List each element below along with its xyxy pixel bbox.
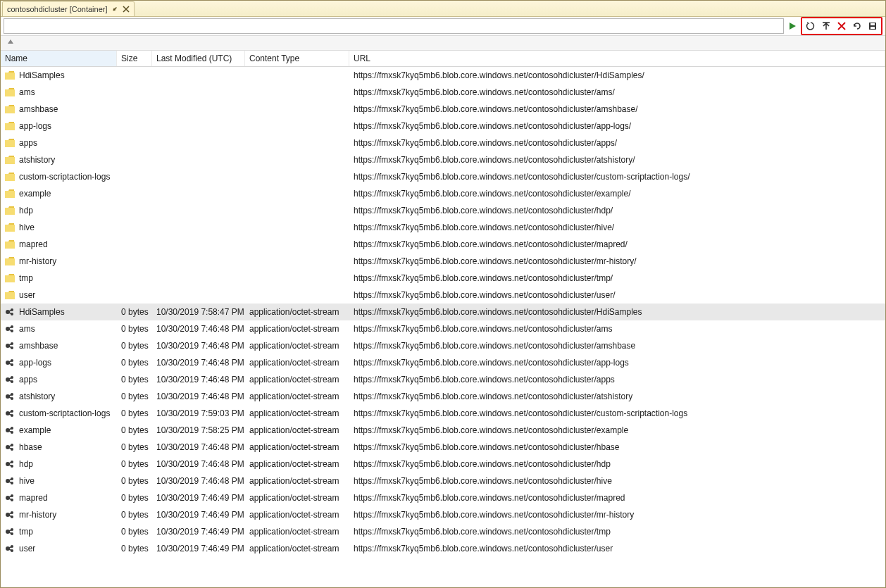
table-row[interactable]: hdphttps://fmxsk7kyq5mb6.blob.core.windo… xyxy=(1,202,885,219)
save-button[interactable] xyxy=(866,19,880,33)
row-name-label: apps xyxy=(19,375,37,384)
table-row[interactable]: examplehttps://fmxsk7kyq5mb6.blob.core.w… xyxy=(1,185,885,202)
cell-modified: 10/30/2019 7:58:47 PM xyxy=(152,307,245,317)
folder-icon xyxy=(5,71,15,80)
table-row[interactable]: tmphttps://fmxsk7kyq5mb6.blob.core.windo… xyxy=(1,270,885,287)
cell-url: https://fmxsk7kyq5mb6.blob.core.windows.… xyxy=(349,442,885,452)
table-row[interactable]: custom-scriptaction-logshttps://fmxsk7ky… xyxy=(1,168,885,185)
tab-strip: contosohdicluster [Container] xyxy=(1,1,885,17)
header-url[interactable]: URL xyxy=(349,51,885,66)
blob-icon xyxy=(5,493,15,503)
blob-icon xyxy=(5,358,15,368)
cell-name: tmp xyxy=(1,273,117,283)
up-arrow-icon[interactable] xyxy=(6,38,15,49)
refresh-button[interactable] xyxy=(804,19,818,33)
blob-icon xyxy=(5,392,15,401)
cell-content-type: application/octet-stream xyxy=(245,307,349,317)
table-row[interactable]: HdiSamples0 bytes10/30/2019 7:58:47 PMap… xyxy=(1,304,885,320)
cell-url: https://fmxsk7kyq5mb6.blob.core.windows.… xyxy=(349,104,885,114)
cell-modified: 10/30/2019 7:46:49 PM xyxy=(152,510,245,520)
table-row[interactable]: hbase0 bytes10/30/2019 7:46:48 PMapplica… xyxy=(1,439,885,456)
svg-rect-1 xyxy=(871,23,875,25)
table-row[interactable]: mapredhttps://fmxsk7kyq5mb6.blob.core.wi… xyxy=(1,236,885,253)
cell-content-type: application/octet-stream xyxy=(245,476,349,486)
table-row[interactable]: mr-historyhttps://fmxsk7kyq5mb6.blob.cor… xyxy=(1,253,885,270)
cell-size: 0 bytes xyxy=(117,341,152,351)
svg-rect-3 xyxy=(5,73,15,80)
table-row[interactable]: hdp0 bytes10/30/2019 7:46:48 PMapplicati… xyxy=(1,456,885,473)
open-button[interactable] xyxy=(850,19,864,33)
table-row[interactable]: amshbasehttps://fmxsk7kyq5mb6.blob.core.… xyxy=(1,101,885,118)
table-row[interactable]: atshistory0 bytes10/30/2019 7:46:48 PMap… xyxy=(1,388,885,405)
header-name[interactable]: Name xyxy=(1,51,117,66)
header-size[interactable]: Size xyxy=(117,51,152,66)
row-name-label: example xyxy=(19,189,51,199)
cell-modified: 10/30/2019 7:46:48 PM xyxy=(152,324,245,334)
cell-content-type: application/octet-stream xyxy=(245,392,349,401)
cell-url: https://fmxsk7kyq5mb6.blob.core.windows.… xyxy=(349,408,885,418)
table-row[interactable]: user0 bytes10/30/2019 7:46:49 PMapplicat… xyxy=(1,540,885,557)
header-modified[interactable]: Last Modified (UTC) xyxy=(152,51,245,66)
table-row[interactable]: custom-scriptaction-logs0 bytes10/30/201… xyxy=(1,405,885,422)
header-ctype[interactable]: Content Type xyxy=(245,51,349,66)
table-row[interactable]: hive0 bytes10/30/2019 7:46:48 PMapplicat… xyxy=(1,473,885,489)
cell-content-type: application/octet-stream xyxy=(245,459,349,469)
cell-name: ams xyxy=(1,324,117,334)
folder-icon xyxy=(5,139,15,147)
row-name-label: tmp xyxy=(19,527,33,537)
row-name-label: app-logs xyxy=(19,121,51,131)
close-icon[interactable] xyxy=(123,6,130,13)
cell-size: 0 bytes xyxy=(117,408,152,418)
table-row[interactable]: hivehttps://fmxsk7kyq5mb6.blob.core.wind… xyxy=(1,219,885,236)
table-body[interactable]: HdiSampleshttps://fmxsk7kyq5mb6.blob.cor… xyxy=(1,67,885,587)
folder-icon xyxy=(5,240,15,249)
tab-container[interactable]: contosohdicluster [Container] xyxy=(2,1,135,16)
table-row[interactable]: userhttps://fmxsk7kyq5mb6.blob.core.wind… xyxy=(1,287,885,304)
cell-size: 0 bytes xyxy=(117,375,152,384)
cell-name: mr-history xyxy=(1,510,117,520)
table-row[interactable]: appshttps://fmxsk7kyq5mb6.blob.core.wind… xyxy=(1,135,885,151)
filter-input[interactable] xyxy=(4,18,784,34)
table-row[interactable]: amshbase0 bytes10/30/2019 7:46:48 PMappl… xyxy=(1,337,885,354)
table-row[interactable]: app-logshttps://fmxsk7kyq5mb6.blob.core.… xyxy=(1,118,885,135)
table-row[interactable]: mapred0 bytes10/30/2019 7:46:49 PMapplic… xyxy=(1,489,885,506)
folder-icon xyxy=(5,173,15,181)
row-name-label: ams xyxy=(19,324,35,334)
cell-size: 0 bytes xyxy=(117,358,152,368)
pin-icon[interactable] xyxy=(111,6,118,13)
cell-url: https://fmxsk7kyq5mb6.blob.core.windows.… xyxy=(349,527,885,537)
table-row[interactable]: example0 bytes10/30/2019 7:58:25 PMappli… xyxy=(1,422,885,439)
cell-size: 0 bytes xyxy=(117,527,152,537)
cell-content-type: application/octet-stream xyxy=(245,510,349,520)
cell-content-type: application/octet-stream xyxy=(245,408,349,418)
cell-url: https://fmxsk7kyq5mb6.blob.core.windows.… xyxy=(349,239,885,249)
table-row[interactable]: HdiSampleshttps://fmxsk7kyq5mb6.blob.cor… xyxy=(1,67,885,84)
row-name-label: hdp xyxy=(19,459,33,469)
table-row[interactable]: app-logs0 bytes10/30/2019 7:46:48 PMappl… xyxy=(1,354,885,371)
breadcrumb-row xyxy=(1,36,885,51)
upload-button[interactable] xyxy=(819,19,833,33)
cell-name: example xyxy=(1,189,117,199)
run-button[interactable] xyxy=(785,19,799,33)
folder-icon xyxy=(5,291,15,299)
cell-content-type: application/octet-stream xyxy=(245,324,349,334)
folder-icon xyxy=(5,257,15,265)
delete-button[interactable] xyxy=(835,19,849,33)
table-row[interactable]: apps0 bytes10/30/2019 7:46:48 PMapplicat… xyxy=(1,371,885,388)
cell-name: example xyxy=(1,425,117,435)
cell-content-type: application/octet-stream xyxy=(245,493,349,503)
table-row[interactable]: ams0 bytes10/30/2019 7:46:48 PMapplicati… xyxy=(1,320,885,337)
cell-size: 0 bytes xyxy=(117,307,152,317)
table-row[interactable]: amshttps://fmxsk7kyq5mb6.blob.core.windo… xyxy=(1,84,885,101)
cell-url: https://fmxsk7kyq5mb6.blob.core.windows.… xyxy=(349,459,885,469)
row-name-label: example xyxy=(19,425,51,435)
column-headers: Name Size Last Modified (UTC) Content Ty… xyxy=(1,51,885,67)
table-row[interactable]: atshistoryhttps://fmxsk7kyq5mb6.blob.cor… xyxy=(1,151,885,168)
table-row[interactable]: mr-history0 bytes10/30/2019 7:46:49 PMap… xyxy=(1,506,885,523)
cell-url: https://fmxsk7kyq5mb6.blob.core.windows.… xyxy=(349,375,885,384)
cell-url: https://fmxsk7kyq5mb6.blob.core.windows.… xyxy=(349,425,885,435)
table-row[interactable]: tmp0 bytes10/30/2019 7:46:49 PMapplicati… xyxy=(1,523,885,540)
row-name-label: amshbase xyxy=(19,341,58,351)
row-name-label: user xyxy=(19,290,35,300)
cell-modified: 10/30/2019 7:58:25 PM xyxy=(152,425,245,435)
